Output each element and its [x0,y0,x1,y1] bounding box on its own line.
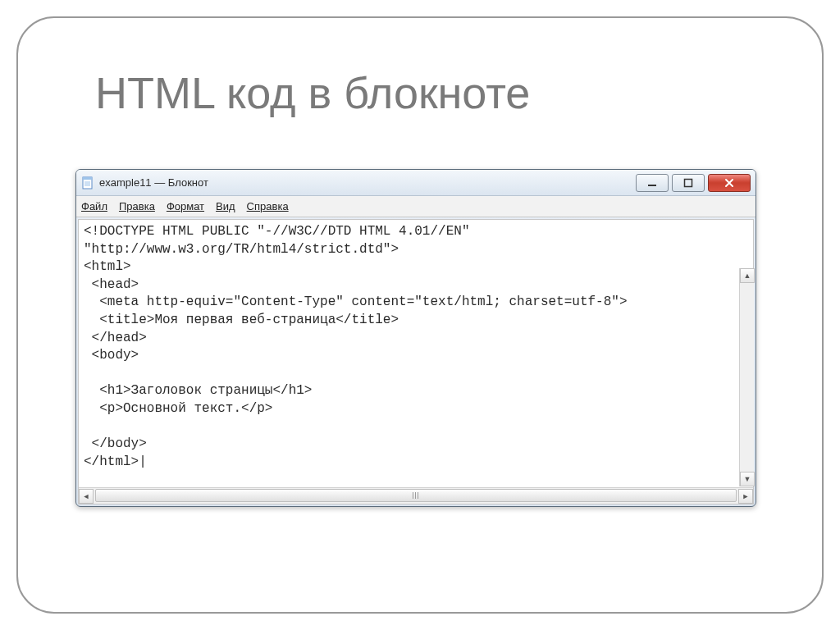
scrollbar-horizontal[interactable]: ◄ ► [79,487,753,504]
menu-view[interactable]: Вид [216,200,235,212]
scroll-right-button[interactable]: ► [738,489,753,504]
content-wrap: <!DOCTYPE HTML PUBLIC "-//W3C//DTD HTML … [78,219,754,504]
window-title: example11 — Блокнот [99,176,208,189]
menu-file[interactable]: Файл [81,200,107,212]
window-buttons [632,174,751,192]
menu-edit-label: Правка [119,200,155,212]
editor-textarea[interactable]: <!DOCTYPE HTML PUBLIC "-//W3C//DTD HTML … [79,220,753,487]
svg-rect-6 [685,179,692,186]
close-button[interactable] [708,174,751,192]
notepad-icon [81,176,94,189]
maximize-button[interactable] [672,174,705,192]
svg-rect-5 [648,185,656,186]
scroll-down-button[interactable]: ▼ [740,472,755,486]
scroll-up-button[interactable]: ▲ [740,268,755,283]
menu-format[interactable]: Формат [167,200,204,212]
thumb-grip-icon [413,492,419,499]
scroll-left-button[interactable]: ◄ [79,489,94,504]
scroll-v-track[interactable] [740,283,754,472]
titlebar[interactable]: example11 — Блокнот [76,170,756,196]
minimize-button[interactable] [636,174,669,192]
menu-help[interactable]: Справка [247,200,289,212]
menu-edit[interactable]: Правка [119,200,155,212]
menu-view-label: Вид [216,200,235,212]
scroll-h-thumb[interactable] [95,489,737,502]
svg-rect-1 [83,177,92,180]
notepad-body: <!DOCTYPE HTML PUBLIC "-//W3C//DTD HTML … [76,219,756,504]
menubar: Файл Правка Формат Вид Справка [76,196,756,217]
slide-frame: HTML код в блокноте example11 — Блокнот [16,16,824,614]
slide-title: HTML код в блокноте [95,67,530,118]
menu-file-label: Файл [81,200,107,212]
notepad-window: example11 — Блокнот Файл Правка Формат В… [75,169,756,507]
menu-help-label: Справка [247,200,289,212]
menu-format-label: Формат [167,200,204,212]
scrollbar-vertical[interactable]: ▲ ▼ [739,268,754,486]
